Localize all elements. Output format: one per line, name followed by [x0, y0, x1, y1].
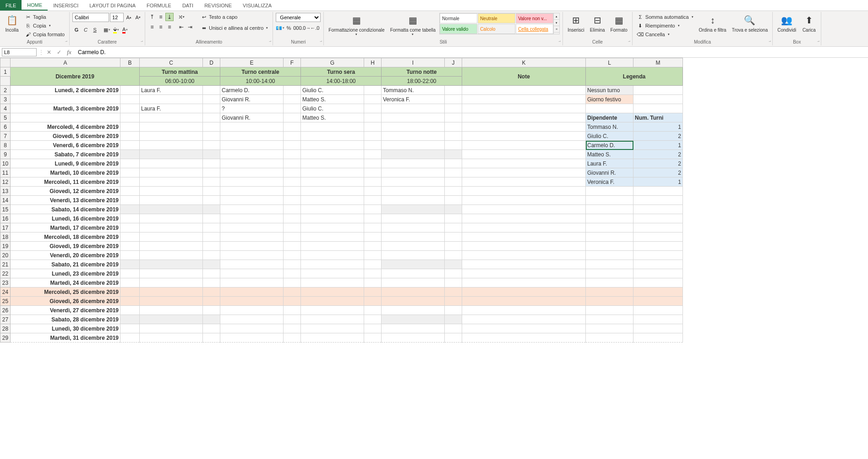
legend-cell[interactable] [633, 269, 683, 278]
name-box[interactable] [2, 48, 37, 56]
cell[interactable] [364, 205, 382, 214]
cell[interactable] [364, 297, 382, 306]
cell[interactable] [284, 297, 301, 306]
cell[interactable] [220, 187, 284, 196]
table-row[interactable]: 8Venerdì, 6 dicembre 2019Carmelo D.1 [0, 141, 683, 150]
row-header[interactable]: 15 [0, 205, 11, 214]
cell[interactable] [301, 288, 364, 297]
cell[interactable] [120, 324, 140, 333]
date-cell[interactable]: Venerdì, 20 dicembre 2019 [11, 251, 120, 260]
cell[interactable] [203, 214, 220, 223]
tab-file[interactable]: FILE [0, 0, 22, 11]
cell[interactable] [382, 232, 445, 242]
cell[interactable] [445, 159, 462, 168]
cell[interactable] [140, 177, 203, 187]
row-header[interactable]: 4 [0, 104, 11, 113]
underline-button[interactable]: S [91, 26, 99, 34]
cell[interactable] [301, 260, 364, 269]
align-top-button[interactable]: ⤒ [148, 13, 156, 21]
cell[interactable] [382, 150, 445, 159]
date-cell[interactable]: Giovedì, 19 dicembre 2019 [11, 242, 120, 251]
cell[interactable] [284, 232, 301, 242]
comma-format-button[interactable]: 000 [293, 24, 301, 32]
cell[interactable] [284, 150, 301, 159]
cell[interactable] [284, 177, 301, 187]
date-cell[interactable]: Martedì, 24 dicembre 2019 [11, 278, 120, 288]
cell[interactable] [462, 104, 586, 113]
cell[interactable] [364, 132, 382, 141]
cell[interactable] [382, 214, 445, 223]
cell[interactable] [382, 306, 445, 315]
formula-input[interactable] [74, 48, 868, 56]
cell[interactable] [382, 113, 445, 122]
cell[interactable] [120, 150, 140, 159]
cell[interactable] [140, 333, 203, 343]
grid[interactable]: A B C D E F G H I J K L M 1Dicembre 2019… [0, 58, 683, 343]
cell[interactable] [220, 214, 284, 223]
cell[interactable] [445, 288, 462, 297]
table-row[interactable]: 13Giovedì, 12 dicembre 2019 [0, 187, 683, 196]
cell[interactable] [382, 132, 445, 141]
copy-button[interactable]: ⎘Copia▾ [23, 22, 66, 30]
date-cell[interactable]: Giovedì, 5 dicembre 2019 [11, 132, 120, 141]
cell[interactable] [364, 324, 382, 333]
cell[interactable] [462, 113, 586, 122]
cell[interactable] [120, 306, 140, 315]
cell[interactable] [120, 251, 140, 260]
cell[interactable] [140, 113, 203, 122]
cell[interactable] [220, 168, 284, 177]
cell[interactable] [220, 333, 284, 343]
autosum-button[interactable]: ΣSomma automatica▾ [635, 13, 695, 21]
insert-cells-button[interactable]: ⊞Inserisci [566, 13, 586, 33]
row-header[interactable]: 24 [0, 288, 11, 297]
column-headers[interactable]: A B C D E F G H I J K L M [0, 58, 683, 67]
cell[interactable] [445, 251, 462, 260]
cell[interactable] [203, 187, 220, 196]
cell[interactable] [364, 196, 382, 205]
align-center-button[interactable]: ≡ [157, 23, 165, 31]
cell[interactable] [140, 306, 203, 315]
date-cell[interactable]: Martedì, 3 dicembre 2019 [11, 104, 120, 113]
legend-cell[interactable] [586, 306, 633, 315]
cell[interactable] [445, 278, 462, 288]
row-header[interactable]: 16 [0, 214, 11, 223]
cell[interactable] [462, 242, 586, 251]
cell[interactable] [364, 177, 382, 187]
cell[interactable] [364, 168, 382, 177]
cell[interactable] [284, 86, 301, 95]
cell[interactable] [445, 324, 462, 333]
cell[interactable] [284, 104, 301, 113]
cell[interactable] [301, 159, 364, 168]
cell[interactable] [220, 278, 284, 288]
cell[interactable] [382, 260, 445, 269]
legend-cell[interactable] [586, 187, 633, 196]
font-size-select[interactable] [110, 13, 124, 22]
tab-formulas[interactable]: FORMULE [141, 0, 177, 11]
cell[interactable] [382, 288, 445, 297]
legend-cell[interactable] [586, 223, 633, 232]
cell[interactable] [220, 141, 284, 150]
cell[interactable] [462, 278, 586, 288]
cell[interactable] [462, 251, 586, 260]
cell[interactable] [364, 122, 382, 132]
cell[interactable] [120, 223, 140, 232]
cell[interactable] [382, 315, 445, 324]
cell[interactable] [284, 95, 301, 104]
cell[interactable] [364, 315, 382, 324]
date-cell[interactable]: Mercoledì, 4 dicembre 2019 [11, 122, 120, 132]
legend-cell[interactable]: Veronica F. [586, 177, 633, 187]
sort-filter-button[interactable]: ↕Ordina e filtra [697, 13, 728, 33]
cell[interactable] [462, 187, 586, 196]
cell[interactable] [120, 113, 140, 122]
cell[interactable] [203, 122, 220, 132]
decrease-indent-button[interactable]: ⇤ [177, 23, 186, 31]
cell[interactable] [301, 132, 364, 141]
note-header[interactable]: Note [462, 67, 586, 86]
cell[interactable] [140, 196, 203, 205]
row-header[interactable]: 7 [0, 132, 11, 141]
cell[interactable] [120, 242, 140, 251]
cell[interactable] [445, 177, 462, 187]
cell[interactable] [220, 324, 284, 333]
style-valore-non-valido[interactable]: Valore non v... [516, 13, 553, 23]
row-header[interactable]: 2 [0, 86, 11, 95]
